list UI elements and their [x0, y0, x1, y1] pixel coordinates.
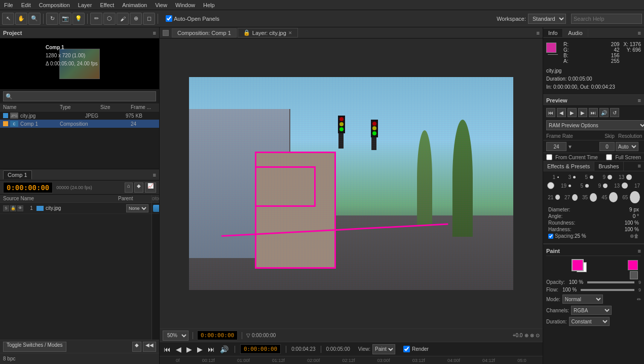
playback-step-back[interactable]: ◀ [175, 344, 182, 354]
tool-camera[interactable]: 📷 [59, 13, 71, 25]
paint-menu-btn[interactable]: ≡ [638, 248, 641, 254]
brush-13[interactable] [626, 174, 632, 180]
menu-effect[interactable]: Effect [96, 2, 118, 8]
skip-input[interactable] [599, 142, 615, 151]
menu-help[interactable]: Help [199, 2, 219, 8]
spacing-checkbox[interactable] [548, 234, 553, 239]
brush-35[interactable] [590, 193, 597, 202]
project-item-city[interactable]: JPG city.jpg JPEG 975 KB [0, 112, 159, 120]
frame-rate-arrow[interactable]: ▼ [567, 144, 573, 150]
preview-menu-btn[interactable]: ≡ [638, 97, 641, 103]
brush-45[interactable] [609, 192, 617, 202]
parent-select[interactable]: None [126, 204, 148, 212]
search-help-input[interactable] [571, 14, 642, 24]
tool-eraser[interactable]: ◻ [143, 13, 155, 25]
opacity-slider[interactable] [587, 281, 634, 283]
project-menu-btn[interactable]: ≡ [153, 30, 156, 36]
brush-5-2[interactable] [569, 185, 571, 187]
ram-preview-select[interactable]: RAM Preview Options [546, 120, 644, 130]
tool-clone[interactable]: ⊕ [130, 13, 142, 25]
menu-view[interactable]: View [151, 2, 171, 8]
layer-lock-btn[interactable]: 🔒 [10, 205, 16, 211]
paint-channel-icon[interactable] [630, 271, 638, 279]
menu-edit[interactable]: Edit [17, 2, 35, 8]
comp-viewer[interactable] [160, 39, 543, 329]
flow-slider[interactable] [581, 289, 634, 291]
tl-toggle-switches[interactable]: Toggle Switches / Modes [3, 342, 66, 352]
prev-audio[interactable]: 🔊 [599, 108, 609, 117]
tl-btn-graph[interactable]: 📈 [145, 183, 156, 193]
tl-navigate-kf[interactable]: ◀◀ [143, 342, 156, 352]
tool-brush[interactable]: 🖌 [117, 13, 129, 25]
brush-5[interactable] [590, 175, 593, 179]
prev-last[interactable]: ⏭ [589, 108, 598, 117]
comp-zoom-select[interactable]: 50% [163, 331, 188, 341]
brush-13-2[interactable] [603, 184, 608, 188]
layer-solo-btn[interactable]: S [3, 205, 9, 211]
brush-65[interactable] [630, 191, 640, 203]
timeline-menu-btn[interactable]: ≡ [153, 172, 156, 178]
prev-play[interactable]: ▶ [567, 108, 577, 117]
tool-light[interactable]: 💡 [72, 13, 85, 25]
effects-tab[interactable]: Effects & Presets [543, 162, 594, 171]
tool-pen[interactable]: ✏ [90, 13, 102, 25]
channels-select[interactable]: RGBA [571, 306, 612, 315]
playback-step-forward[interactable]: ▶ [196, 344, 204, 354]
brush-3[interactable] [573, 176, 576, 178]
brush-17[interactable] [622, 183, 628, 189]
tl-btn-markers[interactable]: ⌂ [125, 183, 133, 193]
effects-menu-btn[interactable]: ≡ [635, 162, 644, 171]
brush-1[interactable] [557, 176, 559, 178]
brush-27[interactable] [572, 194, 578, 201]
tl-btn-keyframe[interactable]: ◆ [134, 183, 143, 193]
prev-first[interactable]: ⏮ [546, 108, 555, 117]
render-checkbox[interactable] [403, 346, 410, 352]
paint-pencil-icon[interactable]: ✏ [637, 297, 641, 302]
paint-fg-swatch[interactable] [572, 259, 584, 271]
brush-delete-icon[interactable]: 🗑 [634, 233, 639, 239]
playback-skip-forward[interactable]: ⏭ [207, 344, 216, 354]
playback-audio[interactable]: 🔊 [219, 344, 230, 354]
from-current-checkbox[interactable] [546, 154, 552, 160]
comp-tab-comp1[interactable]: Composition: Comp 1 [172, 28, 237, 38]
layer-eye-btn[interactable]: 👁 [17, 205, 23, 211]
brush-19-selected[interactable] [547, 182, 554, 189]
tool-zoom[interactable]: 🔍 [28, 13, 41, 25]
frame-rate-input[interactable] [546, 142, 566, 151]
brushes-tab[interactable]: Brushes [594, 162, 623, 171]
tool-hand[interactable]: ✋ [15, 13, 27, 25]
paint-duration-select[interactable]: Constant [569, 317, 610, 326]
brush-9-2[interactable] [585, 184, 589, 188]
paint-fg-mini[interactable] [628, 260, 638, 270]
comp-tab-layer[interactable]: 🔒 Layer: city.jpg ✕ [238, 28, 298, 38]
prev-step-forward[interactable]: ▶ [578, 108, 587, 117]
playback-play[interactable]: ▶ [185, 344, 193, 354]
menu-file[interactable]: File [0, 2, 17, 8]
tool-mask[interactable]: ⬡ [103, 13, 116, 25]
tool-rotate[interactable]: ↻ [46, 13, 58, 25]
timeline-tab-comp1[interactable]: Comp 1 [3, 170, 32, 179]
comp-menu-btn[interactable]: ≡ [537, 30, 540, 36]
view-select[interactable]: Paint [372, 344, 395, 354]
brush-9[interactable] [608, 175, 612, 179]
playback-skip-back[interactable]: ⏮ [163, 344, 172, 354]
menu-composition[interactable]: Composition [35, 2, 74, 8]
prev-step-back[interactable]: ◀ [557, 108, 566, 117]
tl-add-keyframe[interactable]: ◆ [132, 342, 141, 352]
info-menu-btn[interactable]: ≡ [635, 29, 644, 37]
layer-row-city[interactable]: S 🔒 👁 1 city.jpg None [0, 203, 151, 214]
brush-21[interactable] [555, 195, 559, 200]
menu-layer[interactable]: Layer [74, 2, 96, 8]
prev-loop[interactable]: ↺ [610, 108, 619, 117]
comp-tab-close[interactable]: ✕ [288, 30, 292, 35]
resolution-select[interactable]: Auto [616, 142, 638, 151]
menu-animation[interactable]: Animation [118, 2, 151, 8]
menu-window[interactable]: Window [171, 2, 199, 8]
project-search-input[interactable] [3, 91, 156, 101]
info-tab[interactable]: Info [543, 29, 563, 37]
project-item-comp1[interactable]: C Comp 1 Composition 24 [0, 120, 159, 128]
full-screen-checkbox[interactable] [606, 154, 612, 160]
mode-select[interactable]: Normal [562, 295, 603, 304]
auto-open-checkbox[interactable] [166, 15, 172, 22]
workspace-select[interactable]: Standard [528, 14, 566, 24]
